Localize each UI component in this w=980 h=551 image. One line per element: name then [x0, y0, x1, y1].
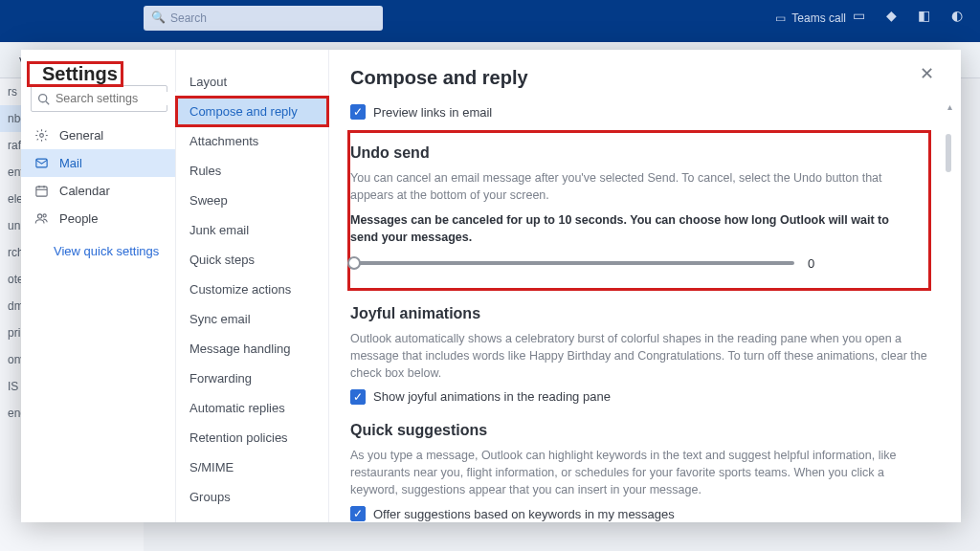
app-icon-4[interactable]: ◐	[951, 8, 963, 23]
sub-item[interactable]: Message handling	[176, 334, 328, 364]
settings-dialog: Settings General Mail Calendar	[21, 50, 961, 522]
scrollbar-thumb[interactable]	[946, 134, 951, 172]
svg-line-1	[46, 100, 49, 103]
app-icon-1[interactable]: ▭	[853, 8, 865, 23]
sub-item[interactable]: Sweep	[176, 186, 328, 215]
category-label: General	[59, 128, 103, 143]
scroll-up-icon[interactable]: ▴	[947, 101, 952, 112]
sub-item[interactable]: Junk email	[176, 215, 328, 245]
undo-send-section: Undo send You can cancel an email messag…	[350, 133, 928, 288]
undo-strong: Messages can be canceled for up to 10 se…	[350, 211, 915, 246]
checkbox-quick-opt1[interactable]: ✓	[350, 506, 366, 521]
quick-heading: Quick suggestions	[350, 422, 932, 439]
checkbox-joyful[interactable]: ✓	[350, 389, 366, 405]
quick-opt1-row[interactable]: ✓ Offer suggestions based on keywords in…	[350, 506, 932, 521]
category-general[interactable]: General	[21, 121, 175, 149]
sub-item[interactable]: Retention policies	[176, 423, 328, 452]
svg-point-0	[39, 94, 47, 101]
search-icon: 🔍	[151, 11, 166, 24]
sub-item[interactable]: Rules	[176, 156, 328, 186]
joyful-label: Show joyful animations in the reading pa…	[373, 389, 611, 404]
sub-item[interactable]: Automatic replies	[176, 393, 328, 423]
undo-desc: You can cancel an email message after yo…	[350, 169, 915, 204]
calendar-icon	[34, 184, 50, 198]
quick-opt1-label: Offer suggestions based on keywords in m…	[373, 507, 675, 521]
sub-item-compose-reply[interactable]: Compose and reply	[176, 97, 328, 126]
settings-title: Settings	[38, 62, 122, 85]
sub-item[interactable]: Groups	[176, 482, 328, 512]
sub-item[interactable]: S/MIME	[176, 452, 328, 482]
preview-links-label: Preview links in email	[373, 105, 492, 120]
category-label: People	[59, 211, 98, 226]
app-icon-2[interactable]: ◆	[886, 8, 897, 23]
undo-send-slider[interactable]	[354, 261, 794, 265]
undo-heading: Undo send	[350, 144, 915, 162]
joyful-checkbox-row[interactable]: ✓ Show joyful animations in the reading …	[350, 389, 932, 405]
page-heading: Compose and reply	[350, 67, 932, 89]
svg-point-8	[37, 214, 41, 218]
joyful-section: Joyful animations Outlook automatically …	[350, 305, 932, 405]
preview-links-row[interactable]: ✓ Preview links in email	[350, 104, 932, 120]
category-label: Calendar	[59, 184, 110, 198]
settings-main-pane: ✕ ▴ Compose and reply ✓ Preview links in…	[329, 50, 961, 522]
category-people[interactable]: People	[21, 205, 175, 232]
category-calendar[interactable]: Calendar	[21, 177, 175, 205]
category-mail[interactable]: Mail	[21, 149, 175, 177]
sub-item[interactable]: Attachments	[176, 126, 328, 156]
close-button[interactable]: ✕	[920, 63, 934, 84]
svg-point-9	[43, 214, 46, 217]
sub-item[interactable]: Forwarding	[176, 364, 328, 393]
topbar-iconstrip: ▭ ◆ ◧ ◐	[853, 8, 963, 23]
slider-thumb[interactable]	[347, 256, 361, 270]
teams-call-label[interactable]: ▭Teams call	[775, 11, 846, 25]
svg-rect-4	[36, 187, 47, 196]
app-search-placeholder: Search	[170, 11, 207, 25]
quick-suggestions-section: Quick suggestions As you type a message,…	[350, 422, 932, 522]
settings-search[interactable]	[31, 85, 167, 112]
slider-value: 0	[808, 256, 814, 271]
settings-subnav: Layout Compose and reply Attachments Rul…	[176, 50, 329, 522]
sub-item[interactable]: Sync email	[176, 304, 328, 334]
settings-nav: Settings General Mail Calendar	[21, 50, 176, 522]
checkbox-preview-links[interactable]: ✓	[350, 104, 366, 120]
sub-item[interactable]: Quick steps	[176, 245, 328, 275]
view-quick-settings-link[interactable]: View quick settings	[21, 232, 175, 258]
gear-icon	[34, 128, 50, 143]
sub-item[interactable]: Layout	[176, 67, 328, 97]
mail-icon	[34, 156, 50, 170]
joyful-desc: Outlook automatically shows a celebrator…	[350, 330, 932, 382]
sub-item[interactable]: Customize actions	[176, 275, 328, 304]
joyful-heading: Joyful animations	[350, 305, 932, 322]
app-icon-3[interactable]: ◧	[918, 8, 930, 23]
people-icon	[34, 211, 50, 226]
svg-point-2	[40, 134, 44, 138]
search-icon	[37, 93, 50, 105]
category-label: Mail	[59, 156, 82, 170]
quick-desc: As you type a message, Outlook can highl…	[350, 447, 932, 498]
